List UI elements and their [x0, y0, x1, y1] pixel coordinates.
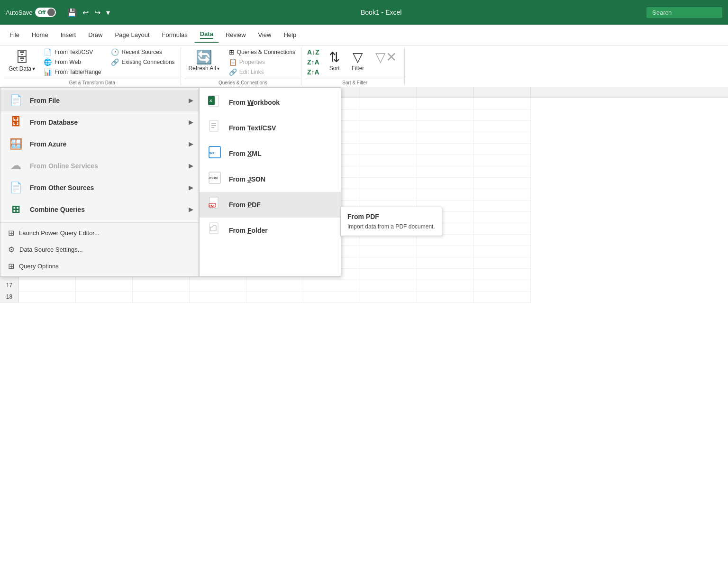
undo-icon[interactable]: ↩	[81, 7, 91, 18]
spreadsheet-cell[interactable]	[133, 280, 190, 292]
spreadsheet-cell[interactable]	[474, 223, 531, 235]
menu-home[interactable]: Home	[26, 28, 54, 41]
spreadsheet-cell[interactable]	[303, 280, 360, 292]
spreadsheet-cell[interactable]	[360, 178, 417, 189]
spreadsheet-cell[interactable]	[360, 235, 417, 246]
spreadsheet-cell[interactable]	[474, 269, 531, 280]
spreadsheet-cell[interactable]	[417, 98, 474, 110]
from-table-range-button[interactable]: 📊 From Table/Range	[42, 67, 103, 77]
spreadsheet-cell[interactable]	[417, 280, 474, 292]
sort-za-button[interactable]: Z↑A	[305, 57, 321, 67]
spreadsheet-cell[interactable]	[417, 178, 474, 189]
menu-review[interactable]: Review	[220, 28, 252, 41]
spreadsheet-cell[interactable]	[246, 280, 303, 292]
menu-from-file[interactable]: 📄 From File ▶	[0, 90, 199, 111]
spreadsheet-cell[interactable]	[360, 292, 417, 303]
advanced-filter-button[interactable]: ▽✕	[372, 47, 400, 67]
spreadsheet-cell[interactable]	[474, 257, 531, 269]
menu-draw[interactable]: Draw	[82, 28, 108, 41]
menu-formulas[interactable]: Formulas	[156, 28, 193, 41]
search-input[interactable]	[646, 7, 722, 18]
spreadsheet-cell[interactable]	[246, 292, 303, 303]
autosave-toggle[interactable]: Off	[35, 8, 56, 17]
from-folder[interactable]: From Folder	[200, 218, 341, 243]
spreadsheet-cell[interactable]	[190, 280, 246, 292]
spreadsheet-cell[interactable]	[360, 110, 417, 121]
spreadsheet-cell[interactable]	[474, 201, 531, 212]
spreadsheet-cell[interactable]	[474, 280, 531, 292]
spreadsheet-cell[interactable]	[360, 246, 417, 257]
spreadsheet-cell[interactable]	[474, 98, 531, 110]
menu-view[interactable]: View	[253, 28, 277, 41]
from-workbook[interactable]: X From Workbook	[200, 90, 341, 115]
spreadsheet-cell[interactable]	[474, 144, 531, 155]
spreadsheet-cell[interactable]	[303, 292, 360, 303]
sort-button[interactable]: ⇅ Sort	[325, 47, 344, 73]
spreadsheet-cell[interactable]	[417, 246, 474, 257]
queries-connections-button[interactable]: ⊞ Queries & Connections	[227, 47, 297, 57]
from-text-csv-button[interactable]: 📄 From Text/CSV	[42, 47, 103, 57]
redo-icon[interactable]: ↪	[92, 7, 102, 18]
filter-button[interactable]: ▽ Filter	[348, 47, 368, 73]
spreadsheet-cell[interactable]	[76, 280, 133, 292]
menu-page-layout[interactable]: Page Layout	[109, 28, 155, 41]
existing-connections-button[interactable]: 🔗 Existing Connections	[109, 57, 177, 67]
refresh-all-button[interactable]: 🔄 Refresh All ▾	[185, 47, 223, 73]
spreadsheet-cell[interactable]	[474, 178, 531, 189]
from-web-button[interactable]: 🌐 From Web	[42, 57, 103, 67]
get-data-button[interactable]: 🗄 Get Data ▾	[4, 47, 40, 74]
refresh-dropdown-arrow[interactable]: ▾	[217, 66, 219, 71]
menu-insert[interactable]: Insert	[55, 28, 82, 41]
spreadsheet-cell[interactable]	[417, 189, 474, 201]
save-icon[interactable]: 💾	[65, 7, 79, 18]
spreadsheet-cell[interactable]	[474, 166, 531, 178]
spreadsheet-cell[interactable]	[133, 292, 190, 303]
spreadsheet-cell[interactable]	[417, 155, 474, 166]
recent-sources-button[interactable]: 🕐 Recent Sources	[109, 47, 177, 57]
menu-from-azure[interactable]: 🪟 From Azure ▶	[0, 133, 199, 155]
menu-from-other-sources[interactable]: 📄 From Other Sources ▶	[0, 177, 199, 199]
spreadsheet-cell[interactable]	[360, 132, 417, 144]
spreadsheet-cell[interactable]	[417, 121, 474, 132]
spreadsheet-cell[interactable]	[360, 269, 417, 280]
spreadsheet-cell[interactable]	[474, 292, 531, 303]
spreadsheet-cell[interactable]	[360, 121, 417, 132]
spreadsheet-cell[interactable]	[190, 292, 246, 303]
from-text-csv-file[interactable]: From Text/CSV	[200, 115, 341, 141]
spreadsheet-cell[interactable]	[474, 155, 531, 166]
spreadsheet-cell[interactable]	[417, 292, 474, 303]
spreadsheet-cell[interactable]	[417, 235, 474, 246]
spreadsheet-cell[interactable]	[474, 132, 531, 144]
spreadsheet-cell[interactable]	[76, 292, 133, 303]
edit-links-button[interactable]: 🔗 Edit Links	[227, 67, 297, 77]
spreadsheet-cell[interactable]	[417, 166, 474, 178]
from-json[interactable]: JSON From JSON	[200, 166, 341, 192]
spreadsheet-cell[interactable]	[474, 110, 531, 121]
customize-icon[interactable]: ▾	[104, 7, 112, 18]
launch-power-query-editor[interactable]: ⊞ Launch Power Query Editor...	[0, 225, 199, 241]
spreadsheet-cell[interactable]	[474, 212, 531, 223]
menu-from-online-services[interactable]: ☁ From Online Services ▶	[0, 155, 199, 177]
menu-data[interactable]: Data	[194, 27, 219, 43]
spreadsheet-cell[interactable]	[417, 144, 474, 155]
query-options[interactable]: ⊞ Query Options	[0, 258, 199, 274]
spreadsheet-cell[interactable]	[360, 155, 417, 166]
spreadsheet-cell[interactable]	[360, 280, 417, 292]
properties-button[interactable]: 📋 Properties	[227, 57, 297, 67]
spreadsheet-cell[interactable]	[474, 121, 531, 132]
menu-help[interactable]: Help	[278, 28, 302, 41]
menu-from-database[interactable]: 🗄 From Database ▶	[0, 111, 199, 133]
spreadsheet-cell[interactable]	[474, 189, 531, 201]
data-source-settings[interactable]: ⚙ Data Source Settings...	[0, 241, 199, 258]
from-pdf[interactable]: PDF From PDF	[200, 192, 341, 218]
from-xml[interactable]: </> From XML	[200, 141, 341, 166]
spreadsheet-cell[interactable]	[360, 189, 417, 201]
spreadsheet-cell[interactable]	[417, 257, 474, 269]
spreadsheet-cell[interactable]	[417, 269, 474, 280]
spreadsheet-cell[interactable]	[19, 280, 76, 292]
sort-za2-button[interactable]: Z↑A	[305, 67, 321, 77]
spreadsheet-cell[interactable]	[417, 110, 474, 121]
spreadsheet-cell[interactable]	[360, 144, 417, 155]
sort-az-button[interactable]: A↓Z	[305, 47, 321, 57]
spreadsheet-cell[interactable]	[360, 166, 417, 178]
